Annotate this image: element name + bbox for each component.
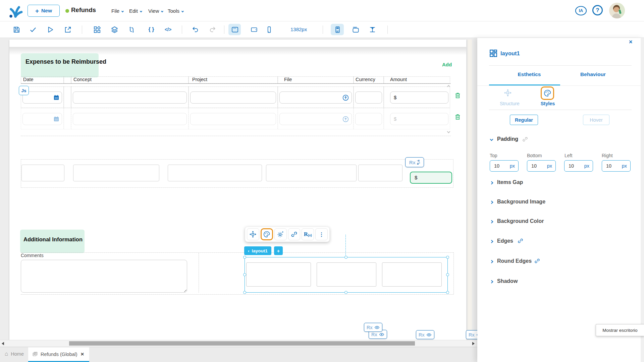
styles-widget-button[interactable] bbox=[261, 228, 273, 240]
panel-scrollbar[interactable] bbox=[641, 38, 644, 362]
validate-button[interactable] bbox=[29, 25, 37, 34]
rx-visibility-chip[interactable]: Rx bbox=[364, 323, 382, 332]
tab-home[interactable]: ⌂ Home bbox=[5, 351, 24, 357]
selection-handle[interactable] bbox=[344, 291, 347, 294]
dataflow-button[interactable] bbox=[127, 25, 136, 34]
chain-link-icon[interactable] bbox=[522, 136, 528, 142]
chain-link-icon[interactable] bbox=[517, 238, 524, 244]
selection-handle[interactable] bbox=[243, 273, 246, 276]
currency-input[interactable] bbox=[355, 92, 382, 104]
project-input[interactable] bbox=[190, 113, 276, 125]
menu-file[interactable]: File bbox=[111, 8, 123, 14]
export-button[interactable] bbox=[63, 25, 72, 34]
section-background-image[interactable]: Background Image bbox=[497, 199, 545, 205]
tab-esthetics[interactable]: Esthetics bbox=[497, 71, 561, 77]
chevron-right-icon[interactable] bbox=[490, 240, 493, 243]
chevron-down-icon[interactable] bbox=[490, 138, 493, 141]
empty-field[interactable] bbox=[168, 165, 262, 181]
layout-breadcrumb-chip[interactable]: ‹ layout1 bbox=[244, 246, 271, 255]
col-header-date[interactable]: Date bbox=[21, 76, 64, 83]
upload-icon[interactable] bbox=[342, 116, 349, 123]
padding-section-header[interactable]: Padding bbox=[497, 136, 518, 142]
total-input[interactable]: $ bbox=[410, 172, 452, 184]
more-widget-button[interactable]: ⋮ bbox=[315, 228, 328, 240]
layers-button[interactable] bbox=[110, 25, 119, 34]
app-logo[interactable] bbox=[8, 3, 23, 18]
padding-bottom-input[interactable]: 10 px bbox=[527, 160, 556, 172]
tab-refunds-global[interactable]: Refunds (Global) × bbox=[28, 347, 89, 361]
state-regular-button[interactable]: Regular bbox=[510, 115, 538, 125]
scrollbar-thumb[interactable] bbox=[69, 341, 415, 346]
delete-row-button[interactable] bbox=[454, 113, 461, 120]
styles-tool-highlight[interactable] bbox=[541, 86, 554, 100]
add-row-link[interactable]: Add bbox=[442, 62, 452, 67]
horizontal-scrollbar[interactable] bbox=[0, 340, 476, 346]
form-page[interactable] bbox=[9, 40, 466, 340]
chevron-right-icon[interactable] bbox=[490, 220, 493, 224]
rx-formula-badge[interactable]: Rx -x a" bbox=[405, 157, 424, 167]
browser-view-button[interactable] bbox=[351, 25, 360, 34]
js-badge[interactable]: Js bbox=[19, 86, 29, 95]
code-button[interactable]: </> bbox=[164, 25, 172, 34]
calendar-icon[interactable] bbox=[53, 94, 60, 101]
empty-field[interactable] bbox=[266, 165, 357, 181]
selection-handle[interactable] bbox=[446, 273, 449, 276]
col-header-amount[interactable]: Amount bbox=[384, 76, 450, 83]
file-input[interactable] bbox=[279, 92, 352, 104]
file-input[interactable] bbox=[279, 113, 352, 125]
rx-visibility-chip[interactable]: Rx bbox=[466, 330, 477, 339]
chevron-right-icon[interactable] bbox=[490, 181, 493, 185]
project-input[interactable] bbox=[190, 92, 276, 104]
redo-button[interactable] bbox=[208, 25, 217, 34]
section-round-edges[interactable]: Round Edges bbox=[497, 258, 532, 264]
scroll-left-arrow[interactable] bbox=[2, 342, 4, 345]
amount-input[interactable]: $ bbox=[390, 92, 448, 104]
selection-handle[interactable] bbox=[446, 256, 449, 259]
structure-view-button[interactable] bbox=[333, 25, 342, 34]
help-button[interactable]: ? bbox=[592, 5, 603, 15]
section-shadow[interactable]: Shadow bbox=[497, 278, 518, 284]
selection-handle[interactable] bbox=[243, 291, 246, 294]
ai-assistant-button[interactable]: IA bbox=[575, 6, 587, 16]
empty-field[interactable] bbox=[21, 165, 64, 181]
selection-handle[interactable] bbox=[344, 256, 347, 259]
expenses-title-block[interactable] bbox=[21, 53, 99, 77]
chevron-right-icon[interactable] bbox=[490, 201, 493, 204]
avatar[interactable] bbox=[609, 3, 625, 18]
menu-tools[interactable]: Tools bbox=[168, 8, 183, 14]
padding-left-input[interactable]: 10 px bbox=[564, 160, 593, 172]
upload-icon[interactable] bbox=[342, 94, 349, 101]
col-header-currency[interactable]: Currency bbox=[354, 76, 384, 83]
design-canvas[interactable]: Expenses to be Reimbursed Add Date Conce… bbox=[0, 38, 477, 347]
vertical-scrollbar[interactable] bbox=[468, 40, 472, 340]
empty-field[interactable] bbox=[358, 165, 402, 181]
col-header-project[interactable]: Project bbox=[189, 76, 278, 83]
undo-button[interactable] bbox=[191, 25, 200, 34]
menu-view[interactable]: View bbox=[148, 8, 163, 14]
selection-handle[interactable] bbox=[243, 256, 246, 259]
save-button[interactable] bbox=[12, 25, 21, 34]
delete-row-button[interactable] bbox=[454, 92, 461, 99]
close-tab-icon[interactable]: × bbox=[81, 351, 84, 358]
padding-top-input[interactable]: 10 px bbox=[490, 160, 519, 172]
section-background-color[interactable]: Background Color bbox=[497, 218, 544, 224]
json-button[interactable]: { } bbox=[147, 25, 156, 34]
add-layout-chip[interactable]: + bbox=[274, 246, 283, 255]
device-phone-button[interactable] bbox=[265, 25, 273, 34]
calendar-icon[interactable] bbox=[53, 116, 60, 122]
menu-edit[interactable]: Edit bbox=[129, 8, 142, 14]
settings-widget-button[interactable] bbox=[274, 228, 287, 240]
selection-handle[interactable] bbox=[446, 291, 449, 294]
comments-textarea[interactable] bbox=[21, 260, 187, 293]
chevron-right-icon[interactable] bbox=[490, 260, 493, 263]
date-input[interactable] bbox=[22, 113, 62, 125]
rx-visibility-chip[interactable]: Rx bbox=[416, 330, 434, 339]
device-tablet-button[interactable] bbox=[250, 25, 258, 34]
selection-outline[interactable] bbox=[245, 257, 448, 293]
close-panel-button[interactable]: × bbox=[629, 39, 633, 46]
link-widget-button[interactable] bbox=[288, 228, 301, 240]
device-desktop-button[interactable] bbox=[230, 25, 239, 34]
concept-input[interactable] bbox=[73, 113, 187, 125]
scroll-right-arrow[interactable] bbox=[472, 342, 475, 345]
amount-input[interactable]: $ bbox=[390, 113, 448, 125]
